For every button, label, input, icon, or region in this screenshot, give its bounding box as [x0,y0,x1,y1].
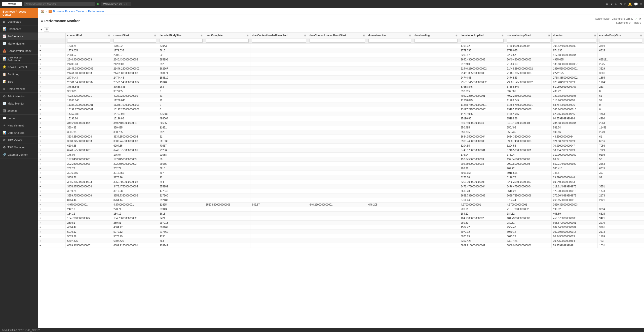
row-expand[interactable]: + [38,135,66,139]
more-icon[interactable]: ≡ [640,2,642,6]
filter-input-duration[interactable] [553,39,596,43]
table-row[interactable]: +184.7300000000002184.730000000000294211… [38,216,644,221]
monitor-icon[interactable]: 🖥 [605,2,609,6]
table-row[interactable]: +1779.0351779.03566151779.0351779.035874… [38,48,644,53]
row-expand[interactable]: + [38,162,66,166]
table-row[interactable]: +280.81280.81297013280.81280.81665.67000… [38,221,644,225]
row-expand[interactable]: + [38,103,66,107]
table-row[interactable]: +6889.91500000000016889.9150000000001103… [38,243,644,248]
row-expand[interactable]: + [38,53,66,57]
breadcrumb-performance[interactable]: Performance [88,10,104,13]
sidebar-item-blog[interactable]: 📝 Blog [0,78,38,85]
table-row[interactable]: +3659.73500000000063659.7350000000006217… [38,193,644,198]
row-expand[interactable]: + [38,76,66,80]
download-icon[interactable]: ⬇ [615,2,617,6]
table-row[interactable]: +3476.47500000000043476.4750000000004355… [38,184,644,189]
col-filter-icon-domComplete[interactable]: ⊞ [247,34,249,37]
table-row[interactable]: +24744.4324744.4318851024744.4324744.432… [38,76,644,80]
row-expand[interactable]: + [38,166,66,171]
table-row[interactable]: +6307.4256307.4257636307.4256307.42530.7… [38,239,644,243]
row-expand[interactable]: + [38,207,66,212]
breadcrumb-bpc[interactable]: Business Process Center [53,10,84,13]
table-row[interactable]: +4022.22500000000014022.2250000000001614… [38,94,644,98]
filter-input-encodedBodySize[interactable] [599,39,642,43]
table-row[interactable]: +29501.545000000000229501.54500000000021… [38,80,644,85]
sort-icon[interactable]: ✓ [635,17,637,20]
sidebar-item-demo-monitor[interactable]: 🖥 Demo Monitor [0,85,38,93]
table-row[interactable]: +3016.6553016.6553973016.6553016.655146.… [38,171,644,175]
table-row[interactable]: +5073.295073.2911985073.295073.2980.9450… [38,234,644,239]
row-expand[interactable]: + [38,221,66,225]
filter-input-decodedBodySize[interactable] [160,39,203,43]
sidebar-item-mako-monitor2[interactable]: 📉 Mako Monitor [0,100,38,107]
row-expand[interactable]: + [38,203,66,207]
col-filter-icon-duration[interactable]: ⊞ [594,34,596,37]
bell-icon[interactable]: 🔔 [628,2,632,6]
row-expand[interactable]: + [38,180,66,184]
table-row[interactable]: +184.12184.126615184.12184.12405.896615 [38,212,644,216]
col-filter-icon-encodedBodySize[interactable]: ⊞ [640,34,642,37]
row-expand[interactable]: + [38,112,66,116]
col-filter-icon-domContentLoadedEventEnd[interactable]: ⊞ [304,34,306,37]
sidebar-item-administration[interactable]: ⚙ Administration [0,93,38,100]
sidebar-item-data-analysis[interactable]: 📊 Data Analysis [0,129,38,137]
row-expand[interactable]: + [38,107,66,112]
settings-icon[interactable]: ⚙ [639,17,641,20]
table-row[interactable]: +202.72202.726615202.72202.72583.4186615 [38,166,644,171]
col-filter-icon-domLoading[interactable]: ⊞ [456,34,458,37]
sidebar-item-mako-performance[interactable]: 📊 MaKo Monitor Performance [0,55,38,63]
table-row[interactable]: +4.97000000000014.9700000000001114953527… [38,203,644,207]
sidebar-item-new-element[interactable]: + New element [0,122,38,129]
row-expand[interactable]: + [38,125,66,130]
sidebar-item-newelement[interactable]: ⭐ Newes Element [0,63,38,71]
col-filter-icon-domContentLoadedEventStart[interactable]: ⊞ [363,34,365,37]
sidebar-item-mako-monitor[interactable]: 📉 MaKo Monitor Performance [0,40,38,47]
row-expand[interactable]: + [38,71,66,76]
filter-icon[interactable]: ▼ [40,28,43,31]
row-expand[interactable]: + [38,116,66,121]
sidebar-item-external-content[interactable]: 🔗 External Content [0,151,38,158]
row-expand[interactable]: + [38,94,66,98]
chat-icon[interactable]: 💬 [634,2,638,6]
filter-button[interactable]: ⊞ [44,27,49,31]
col-filter-icon-connectEnd[interactable]: ⊞ [108,34,110,37]
table-row[interactable]: +21289.0321289.03252521289.0321289.03135… [38,62,644,67]
table-row[interactable]: +2640.43000000000032640.4300000000003685… [38,57,644,62]
row-expand[interactable]: + [38,198,66,203]
row-expand[interactable]: + [38,225,66,230]
row-expand[interactable]: + [38,157,66,162]
row-expand[interactable]: + [38,98,66,103]
row-expand[interactable]: + [38,189,66,193]
table-row[interactable]: +15196.8615196.8649806415196.8615196.866… [38,116,644,121]
row-expand[interactable]: + [38,193,66,198]
table-row[interactable]: +3256.30500000000033256.3050000000003354… [38,180,644,184]
filter-input-domainLookupStart[interactable] [507,39,550,43]
sidebar-item-t3m-viewer[interactable]: 👁 T3M Viewer [0,137,38,144]
filter-input-domContentLoadedEventStart[interactable] [310,39,365,43]
table-row[interactable]: +6204.556204.55705676204.556204.5570.990… [38,144,644,148]
row-expand[interactable]: + [38,212,66,216]
row-expand[interactable]: + [38,175,66,180]
row-expand[interactable]: + [38,230,66,234]
table-row[interactable]: +337.605337.6050337.605337.605438.720 [38,89,644,94]
row-expand[interactable]: + [38,62,66,67]
home-icon[interactable]: 🏠 [41,10,45,13]
table-row[interactable]: +8764.448764.442121878764.448764.44265.1… [38,198,644,203]
table-row[interactable]: +3634.35000000000043634.3500000000004613… [38,135,644,139]
table-row[interactable]: +11268.04511268.0459211268.04511268.0451… [38,98,644,103]
row-expand[interactable]: + [38,184,66,189]
row-expand[interactable]: + [38,148,66,153]
table-row[interactable]: +1838.751795.02339431795.021779.05000000… [38,44,644,48]
row-expand[interactable]: + [38,67,66,71]
app-logo[interactable]: VIRTIMO [2,2,22,6]
table-row[interactable]: +21446.280000000000221446.28000000000023… [38,67,644,71]
table-row[interactable]: +6748.57500000000016748.5750000000001792… [38,148,644,153]
table-row[interactable]: +14757.98514757.98547638514757.98514757.… [38,112,644,116]
table-row[interactable]: +176.04176.0491088176.04176.04310.000000… [38,153,644,157]
table-row[interactable]: +350.495350.49511451350.495350.495581.74… [38,125,644,130]
row-expand[interactable]: + [38,144,66,148]
filter-input-connectEnd[interactable] [67,39,110,43]
col-filter-icon-domainLookupStart[interactable]: ⊞ [548,34,550,37]
table-row[interactable]: +2203.572203.57502203.572203.57417.18500… [38,53,644,57]
chevron-icon[interactable]: ▾ [611,2,613,6]
